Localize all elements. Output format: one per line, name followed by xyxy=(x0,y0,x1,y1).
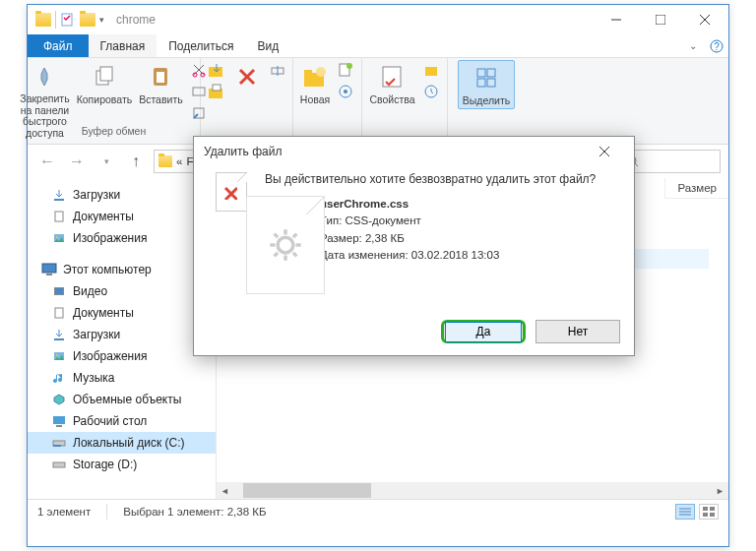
svg-rect-37 xyxy=(55,212,63,221)
dialog-size: Размер: 2,38 КБ xyxy=(320,230,620,247)
svg-point-39 xyxy=(56,236,58,238)
svg-rect-52 xyxy=(53,462,65,467)
sidebar-item-documents[interactable]: Документы xyxy=(28,206,216,227)
svg-rect-32 xyxy=(477,79,485,87)
svg-text:?: ? xyxy=(714,41,720,52)
no-button[interactable]: Нет xyxy=(536,320,620,343)
svg-rect-10 xyxy=(157,72,164,83)
scroll-right-arrow[interactable]: ► xyxy=(712,482,728,499)
svg-rect-30 xyxy=(477,69,485,77)
yes-button[interactable]: Да xyxy=(441,320,526,343)
delete-x-icon xyxy=(223,186,237,200)
svg-rect-49 xyxy=(56,425,62,427)
svg-rect-48 xyxy=(53,416,65,424)
search-input[interactable] xyxy=(622,150,721,173)
status-count: 1 элемент xyxy=(37,506,91,518)
properties-button[interactable]: Свойства xyxy=(367,60,416,107)
svg-rect-36 xyxy=(54,199,64,201)
sidebar-item-images-pc[interactable]: Изображения xyxy=(28,345,216,367)
svg-line-67 xyxy=(275,234,279,238)
new-folder-button[interactable]: Новая xyxy=(298,60,332,107)
nav-forward-button[interactable]: → xyxy=(65,150,89,173)
horizontal-scrollbar[interactable]: ◄ ► xyxy=(217,482,728,499)
svg-rect-17 xyxy=(213,85,220,91)
svg-rect-44 xyxy=(55,308,63,318)
dialog-filename: userChrome.css xyxy=(320,198,409,210)
dialog-type: Тип: CSS-документ xyxy=(320,213,620,229)
address-folder-icon xyxy=(158,155,172,167)
copy-button[interactable]: Копировать xyxy=(75,60,135,107)
new-item-icon[interactable] xyxy=(335,60,356,80)
svg-line-35 xyxy=(635,163,638,166)
copy-to-icon[interactable] xyxy=(206,82,227,101)
sidebar-item-music[interactable]: Музыка xyxy=(28,367,216,389)
sidebar-item-drive-c[interactable]: Локальный диск (C:) xyxy=(28,432,216,454)
menu-view[interactable]: Вид xyxy=(245,34,290,57)
history-icon[interactable] xyxy=(420,82,442,101)
status-selection: Выбран 1 элемент: 2,38 КБ xyxy=(123,506,266,518)
delete-dialog: Удалить файл Вы действительно хотите без… xyxy=(193,136,635,356)
dialog-close-button[interactable] xyxy=(585,138,624,165)
statusbar: 1 элемент Выбран 1 элемент: 2,38 КБ xyxy=(28,499,728,522)
svg-line-70 xyxy=(275,253,279,257)
svg-line-68 xyxy=(293,253,297,257)
dialog-question: Вы действительно хотите безвозвратно уда… xyxy=(265,172,620,186)
svg-rect-43 xyxy=(55,288,63,294)
close-button[interactable] xyxy=(682,6,726,34)
svg-rect-45 xyxy=(54,338,64,340)
nav-recent-dropdown[interactable]: ▾ xyxy=(94,150,118,173)
move-to-icon[interactable] xyxy=(206,60,227,80)
svg-rect-56 xyxy=(703,507,708,511)
delete-button[interactable] xyxy=(230,60,264,93)
minimize-button[interactable] xyxy=(594,6,638,34)
scroll-left-arrow[interactable]: ◄ xyxy=(217,482,233,499)
sidebar-item-3d[interactable]: Объемные объекты xyxy=(28,389,216,410)
sidebar-item-desktop[interactable]: Рабочий стол xyxy=(28,410,216,432)
rename-icon[interactable] xyxy=(267,60,288,80)
sidebar-item-images[interactable]: Изображения xyxy=(28,227,216,249)
sidebar-item-downloads-pc[interactable]: Загрузки xyxy=(28,324,216,345)
sidebar-item-downloads[interactable]: Загрузки xyxy=(28,184,216,206)
svg-rect-33 xyxy=(487,79,495,87)
svg-point-62 xyxy=(278,237,293,253)
window-title: chrome xyxy=(116,13,594,27)
svg-rect-58 xyxy=(703,513,708,517)
svg-point-26 xyxy=(344,90,347,93)
menu-file[interactable]: Файл xyxy=(28,34,89,57)
pin-button[interactable]: Закрепить на панели быстрого доступа xyxy=(18,60,71,141)
window-icon xyxy=(35,13,51,27)
svg-rect-40 xyxy=(42,264,56,273)
column-header-size[interactable]: Размер xyxy=(664,178,728,198)
maximize-button[interactable] xyxy=(638,6,682,34)
ribbon-collapse-icon[interactable]: ⌄ xyxy=(681,34,705,57)
svg-point-47 xyxy=(56,354,58,356)
sidebar-item-video[interactable]: Видео xyxy=(28,280,216,302)
menubar: Файл Главная Поделиться Вид ⌄ ? xyxy=(28,34,728,58)
titlebar: ▾ chrome xyxy=(28,5,728,34)
select-button[interactable]: Выделить xyxy=(458,60,515,109)
sidebar-item-documents-pc[interactable]: Документы xyxy=(28,302,216,324)
sidebar-item-drive-d[interactable]: Storage (D:) xyxy=(28,454,216,475)
nav-back-button[interactable]: ← xyxy=(35,150,59,173)
qat-dropdown-icon[interactable]: ▾ xyxy=(99,15,104,25)
details-view-button[interactable] xyxy=(675,504,695,520)
svg-rect-57 xyxy=(710,507,715,511)
sidebar-this-pc[interactable]: Этот компьютер xyxy=(28,259,216,280)
dialog-date: Дата изменения: 03.02.2018 13:03 xyxy=(320,247,620,264)
scroll-thumb[interactable] xyxy=(243,483,371,498)
nav-up-button[interactable]: ↑ xyxy=(124,150,148,173)
paste-button[interactable]: Вставить xyxy=(137,60,185,107)
svg-rect-15 xyxy=(209,67,222,77)
menu-share[interactable]: Поделиться xyxy=(157,34,245,57)
ribbon: Закрепить на панели быстрого доступа Коп… xyxy=(28,58,728,145)
open-icon[interactable] xyxy=(420,60,442,80)
svg-rect-59 xyxy=(710,513,715,517)
qat-properties-icon[interactable] xyxy=(60,12,76,28)
menu-home[interactable]: Главная xyxy=(89,34,158,57)
dialog-title: Удалить файл xyxy=(204,145,282,158)
help-icon[interactable]: ? xyxy=(705,34,728,57)
qat-new-folder-icon[interactable] xyxy=(80,13,95,27)
svg-rect-21 xyxy=(304,70,312,74)
easy-access-icon[interactable] xyxy=(335,82,356,101)
thumbnails-view-button[interactable] xyxy=(699,504,719,520)
